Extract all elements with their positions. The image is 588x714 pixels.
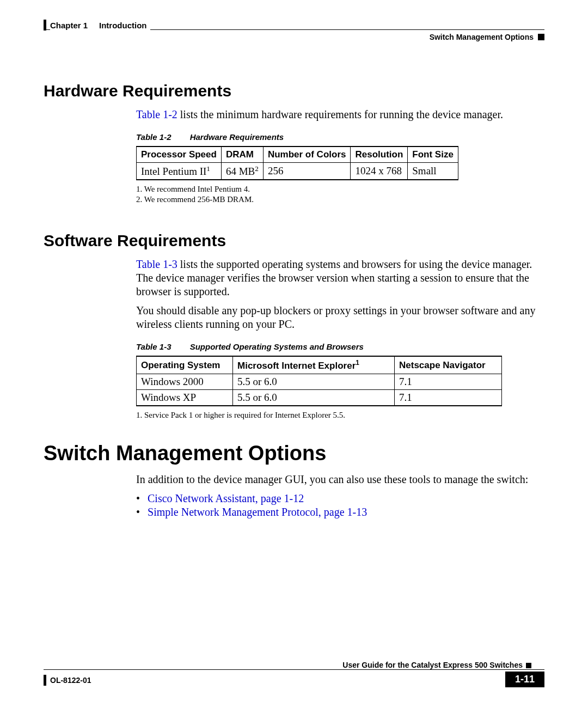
col-dram: DRAM: [221, 147, 263, 163]
content-area: Hardware Requirements Table 1-2 lists th…: [44, 49, 544, 519]
sw-p1-text: lists the supported operating systems an…: [136, 258, 532, 297]
table-row: Intel Pentium II1 64 MB2 256 1024 x 768 …: [137, 163, 458, 180]
table-header-row: Processor Speed DRAM Number of Colors Re…: [137, 147, 458, 163]
cell-os: Windows 2000: [137, 374, 233, 389]
table-1-3-label: Table 1-3: [136, 342, 187, 351]
cell-text: 64 MB: [226, 166, 255, 177]
header-bar-icon: [44, 20, 46, 30]
table-1-3-link[interactable]: Table 1-3: [136, 258, 177, 270]
cell-netscape: 7.1: [395, 374, 502, 389]
col-os: Operating System: [137, 356, 233, 374]
footer-square-icon: [526, 663, 531, 668]
cell-colors: 256: [263, 163, 351, 180]
table-row: Windows 2000 5.5 or 6.0 7.1: [137, 374, 502, 389]
page: Chapter 1 Introduction Switch Management…: [0, 0, 588, 714]
table-1-3-title: Supported Operating Systems and Browsers: [190, 342, 364, 351]
table-1-2-caption: Table 1-2 Hardware Requirements: [136, 132, 544, 142]
footnote-ref: 2: [255, 164, 259, 173]
smo-body: In addition to the device manager GUI, y…: [136, 473, 544, 519]
col-ie: Microsoft Internet Explorer1: [233, 356, 395, 374]
table-1-3-caption: Table 1-3 Supported Operating Systems an…: [136, 342, 544, 351]
hardware-requirements-heading: Hardware Requirements: [44, 82, 544, 100]
running-head-right: Switch Management Options: [430, 33, 534, 41]
table-1-2-label: Table 1-2: [136, 132, 187, 142]
footnote-2: 2. We recommend 256-MB DRAM.: [136, 195, 544, 204]
footer-doc-id: OL-8122-01: [50, 676, 91, 685]
hw-footnotes: 1. We recommend Intel Pentium 4. 2. We r…: [136, 185, 544, 204]
footer-rule: [44, 669, 544, 670]
smo-link-list: Cisco Network Assistant, page 1-12 Simpl…: [136, 492, 544, 519]
chapter-title: Introduction: [99, 21, 146, 30]
cell-ie: 5.5 or 6.0: [233, 389, 395, 406]
hw-intro-text: lists the minimum hardware requirements …: [177, 108, 503, 120]
table-row: Windows XP 5.5 or 6.0 7.1: [137, 389, 502, 406]
cell-text: Intel Pentium II: [141, 166, 206, 177]
hardware-requirements-table: Processor Speed DRAM Number of Colors Re…: [136, 146, 458, 180]
running-head-left: Chapter 1 Introduction: [50, 21, 150, 30]
table-1-2-title: Hardware Requirements: [190, 132, 284, 142]
list-item: Cisco Network Assistant, page 1-12: [136, 492, 544, 505]
list-item: Simple Network Management Protocol, page…: [136, 505, 544, 519]
col-number-of-colors: Number of Colors: [263, 147, 351, 163]
sw-p2-text: You should disable any pop-up blockers o…: [136, 304, 544, 331]
cell-os: Windows XP: [137, 389, 233, 406]
snmp-link[interactable]: Simple Network Management Protocol, page…: [148, 506, 367, 518]
software-requirements-table: Operating System Microsoft Internet Expl…: [136, 356, 502, 406]
col-processor-speed: Processor Speed: [137, 147, 222, 163]
page-header: Chapter 1 Introduction Switch Management…: [44, 16, 544, 49]
page-number: 1-11: [505, 672, 544, 687]
table-header-row: Operating System Microsoft Internet Expl…: [137, 356, 502, 374]
footnote-1: 1. We recommend Intel Pentium 4.: [136, 185, 544, 194]
cell-resolution: 1024 x 768: [351, 163, 408, 180]
cisco-network-assistant-link[interactable]: Cisco Network Assistant, page 1-12: [148, 492, 304, 504]
footer-bar-icon: [44, 675, 46, 686]
col-font-size: Font Size: [408, 147, 458, 163]
col-netscape: Netscape Navigator: [395, 356, 502, 374]
cell-processor-speed: Intel Pentium II1: [137, 163, 222, 180]
footnote-ref: 1: [356, 359, 359, 367]
chapter-label: Chapter 1: [50, 21, 88, 30]
hw-intro: Table 1-2 lists the minimum hardware req…: [136, 108, 544, 121]
page-footer: User Guide for the Catalyst Express 500 …: [44, 660, 544, 692]
col-ie-text: Microsoft Internet Explorer: [237, 361, 356, 371]
cell-font-size: Small: [408, 163, 458, 180]
footer-guide-title: User Guide for the Catalyst Express 500 …: [339, 661, 523, 669]
switch-management-options-heading: Switch Management Options: [44, 442, 544, 465]
footnote-1: 1. Service Pack 1 or higher is required …: [136, 411, 544, 420]
sw-footnotes: 1. Service Pack 1 or higher is required …: [136, 411, 544, 420]
footnote-ref: 1: [206, 164, 210, 173]
software-requirements-heading: Software Requirements: [44, 231, 544, 250]
cell-ie: 5.5 or 6.0: [233, 374, 395, 389]
cell-netscape: 7.1: [395, 389, 502, 406]
sw-body: Table 1-3 lists the supported operating …: [136, 258, 544, 331]
table-1-2-link[interactable]: Table 1-2: [136, 108, 177, 120]
cell-dram: 64 MB2: [221, 163, 263, 180]
col-resolution: Resolution: [351, 147, 408, 163]
smo-intro: In addition to the device manager GUI, y…: [136, 473, 544, 486]
header-square-icon: [538, 34, 544, 40]
